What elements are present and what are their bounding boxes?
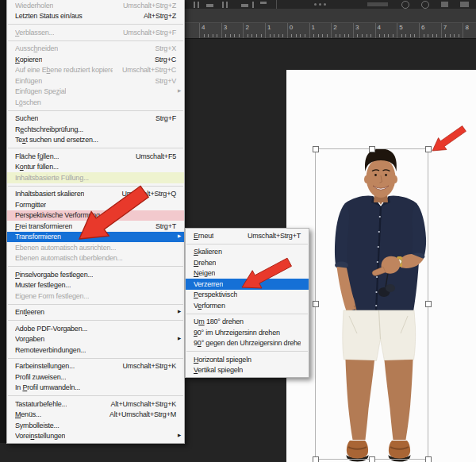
transform-submenu-item-verzerren[interactable]: Verzerren xyxy=(186,279,309,290)
toolbar-icon-fragment[interactable] xyxy=(276,0,277,9)
transform-submenu-item-drehen[interactable]: Drehen xyxy=(186,257,309,268)
edit-menu-item-letzten-status-ein-aus[interactable]: Letzten Status ein/ausAlt+Strg+Z xyxy=(7,11,184,22)
toolbar-icon-fragment[interactable] xyxy=(198,2,199,8)
toolbar-icon-fragment[interactable] xyxy=(260,2,267,4)
toolbar-icon-fragment[interactable] xyxy=(206,4,213,7)
edit-menu-item-ebenen-automatisch-ausrichten[interactable]: Ebenen automatisch ausrichten... xyxy=(7,242,184,253)
ruler-label: 4 xyxy=(202,24,205,31)
toolbar-icon-fragment[interactable] xyxy=(421,1,429,9)
menu-item-shortcut: Strg+T xyxy=(146,222,176,230)
edit-menu-item-pinselvorgabe-festlegen[interactable]: Pinselvorgabe festlegen... xyxy=(7,269,184,280)
more-options-icon[interactable] xyxy=(314,3,317,6)
edit-menu-item-eigene-form-festlegen[interactable]: Eigene Form festlegen... xyxy=(7,291,184,302)
edit-menu-item-suchen[interactable]: SuchenStrg+F xyxy=(7,114,184,125)
transform-submenu-item-perspektivisch[interactable]: Perspektivisch xyxy=(186,290,309,301)
toolbar-icon-fragment[interactable] xyxy=(367,2,388,6)
edit-menu-item-voreinstellungen[interactable]: Voreinstellungen▶ xyxy=(7,431,184,442)
edit-menu-item-remoteverbindungen[interactable]: Remoteverbindungen... xyxy=(7,345,184,356)
toolbar-icon-fragment[interactable] xyxy=(222,2,224,8)
ruler-minor-tick xyxy=(450,34,451,37)
ruler-label: 2 xyxy=(333,24,336,31)
menu-item-shortcut: Alt+Umschalt+Strg+K xyxy=(102,400,177,408)
edit-menu-item-inhaltsbasierte-füllung[interactable]: Inhaltsbasierte Füllung... xyxy=(7,172,184,183)
edit-menu-item-kopieren[interactable]: KopierenStrg+C xyxy=(7,54,184,65)
transform-submenu-item-90-gegen-den-uhrzeigersinn-drehen[interactable]: 90° gegen den Uhrzeigersinn drehen xyxy=(186,338,309,349)
toolbar-icon-fragment[interactable] xyxy=(226,2,228,8)
edit-menu-item-löschen[interactable]: Löschen xyxy=(7,97,184,108)
menu-item-label: Eigene Form festlegen... xyxy=(15,292,89,300)
ruler-minor-tick xyxy=(393,34,393,37)
menu-item-shortcut: Umschalt+F5 xyxy=(126,152,176,160)
menu-item-shortcut: Strg+F xyxy=(146,114,176,122)
transform-handle-top-left[interactable] xyxy=(313,146,318,152)
toolbar-icon-fragment[interactable] xyxy=(252,2,254,8)
menu-item-label: Letzten Status ein/aus xyxy=(15,12,83,20)
menu-item-label: Verzerren xyxy=(194,280,223,288)
transform-handle-top-center[interactable] xyxy=(369,146,374,152)
transform-submenu-item-neigen[interactable]: Neigen xyxy=(186,268,309,279)
edit-menu-item-entleeren[interactable]: Entleeren▶ xyxy=(7,307,184,318)
edit-menu-item-in-profil-umwandeln[interactable]: In Profil umwandeln... xyxy=(7,383,184,394)
ruler-label: 1 xyxy=(312,24,315,31)
document-canvas[interactable] xyxy=(286,70,476,462)
menu-item-label: Um 180° drehen xyxy=(194,318,244,325)
more-options-icon[interactable] xyxy=(319,3,321,6)
edit-menu-item-einfügen-spezial[interactable]: Einfügen Spezial▶ xyxy=(7,87,184,98)
transform-submenu-item-horizontal-spiegeln[interactable]: Horizontal spiegeln xyxy=(186,354,309,365)
transform-handle-bottom-left[interactable] xyxy=(313,456,318,462)
ruler-minor-tick xyxy=(296,34,297,37)
toolbar-icon-fragment[interactable] xyxy=(401,1,409,9)
edit-menu-item-wiederholen[interactable]: WiederholenUmschalt+Strg+Z xyxy=(7,0,184,11)
edit-menu-item-inhaltsbasiert-skalieren[interactable]: Inhaltsbasiert skalierenUmschalt+Strg+Q xyxy=(7,189,184,200)
transform-handle-middle-right[interactable] xyxy=(425,302,431,307)
edit-menu-item-transformieren[interactable]: Transformieren▶ xyxy=(7,232,184,243)
more-options-icon[interactable] xyxy=(324,3,326,6)
menu-separator xyxy=(8,320,183,321)
edit-menu-item-adobe-pdf-vorgaben[interactable]: Adobe PDF-Vorgaben... xyxy=(7,323,184,334)
edit-menu-item-symbolleiste[interactable]: Symbolleiste... xyxy=(7,420,184,431)
menu-item-label: Adobe PDF-Vorgaben... xyxy=(15,325,87,333)
menu-item-label: Verblassen... xyxy=(15,29,54,37)
menu-separator xyxy=(8,304,183,305)
ruler-minor-tick xyxy=(305,34,305,37)
transform-submenu-item-vertikal-spiegeln[interactable]: Vertikal spiegeln xyxy=(186,365,309,376)
transform-handle-bottom-right[interactable] xyxy=(425,456,431,462)
edit-menu-item-vorgaben[interactable]: Vorgaben▶ xyxy=(7,334,184,345)
transform-handle-middle-left[interactable] xyxy=(313,302,318,307)
ruler-major-tick xyxy=(353,23,354,38)
transform-submenu-item-90-im-uhrzeigersinn-drehen[interactable]: 90° im Uhrzeigersinn drehen xyxy=(186,327,309,338)
edit-menu-item-rechtschreibprüfung[interactable]: Rechtschreibprüfung... xyxy=(7,124,184,135)
edit-menu-item-formgitter[interactable]: Formgitter xyxy=(7,199,184,210)
edit-menu-item-verblassen[interactable]: Verblassen...Umschalt+Strg+F xyxy=(7,27,184,38)
edit-menu-item-fläche-füllen[interactable]: Fläche füllen...Umschalt+F5 xyxy=(7,151,184,162)
edit-menu-item-ebenen-automatisch-überblenden[interactable]: Ebenen automatisch überblenden... xyxy=(7,253,184,264)
ruler-minor-tick xyxy=(344,34,345,37)
edit-menu-item-perspektivische-verformung[interactable]: Perspektivische Verformung xyxy=(7,210,184,221)
edit-menu-item-menüs[interactable]: Menüs...Alt+Umschalt+Strg+M xyxy=(7,410,184,421)
edit-menu-item-text-suchen-und-ersetzen[interactable]: Text suchen und ersetzen... xyxy=(7,135,184,146)
ruler-minor-tick xyxy=(459,34,459,37)
horizontal-ruler: 4321012345678 xyxy=(182,22,476,39)
ruler-label: 8 xyxy=(465,24,468,31)
toolbar-icon-fragment[interactable] xyxy=(194,2,195,8)
toolbar-icon-fragment[interactable] xyxy=(441,2,448,7)
transform-submenu-item-verformen[interactable]: Verformen xyxy=(186,300,309,311)
edit-menu-item-profil-zuweisen[interactable]: Profil zuweisen... xyxy=(7,372,184,383)
toolbar-icon-fragment[interactable] xyxy=(241,4,248,7)
transform-handle-bottom-center[interactable] xyxy=(369,456,374,462)
transform-handle-top-right[interactable] xyxy=(425,146,431,152)
menu-separator xyxy=(8,358,183,359)
edit-menu-item-kontur-füllen[interactable]: Kontur füllen... xyxy=(7,162,184,173)
transform-submenu-item-skalieren[interactable]: Skalieren xyxy=(186,247,309,258)
edit-menu-item-tastaturbefehle[interactable]: Tastaturbefehle...Alt+Umschalt+Strg+K xyxy=(7,398,184,410)
edit-menu-item-einfügen[interactable]: EinfügenStrg+V xyxy=(7,75,184,87)
ruler-minor-tick xyxy=(388,34,389,37)
transform-submenu-item-erneut[interactable]: ErneutUmschalt+Strg+T xyxy=(186,230,309,241)
edit-menu-item-auf-eine-ebene-reduziert-kopieren[interactable]: Auf eine Ebene reduziert kopierenUmschal… xyxy=(7,65,184,76)
edit-menu-item-farbeinstellungen[interactable]: Farbeinstellungen...Umschalt+Strg+K xyxy=(7,361,184,372)
edit-menu-item-muster-festlegen[interactable]: Muster festlegen... xyxy=(7,280,184,291)
edit-menu-item-frei-transformieren[interactable]: Frei transformierenStrg+T xyxy=(7,221,184,232)
toolbar-icon-fragment[interactable] xyxy=(460,2,469,7)
edit-menu-item-ausschneiden[interactable]: AusschneidenStrg+X xyxy=(7,44,184,55)
transform-submenu-item-um-180-drehen[interactable]: Um 180° drehen xyxy=(186,317,309,328)
